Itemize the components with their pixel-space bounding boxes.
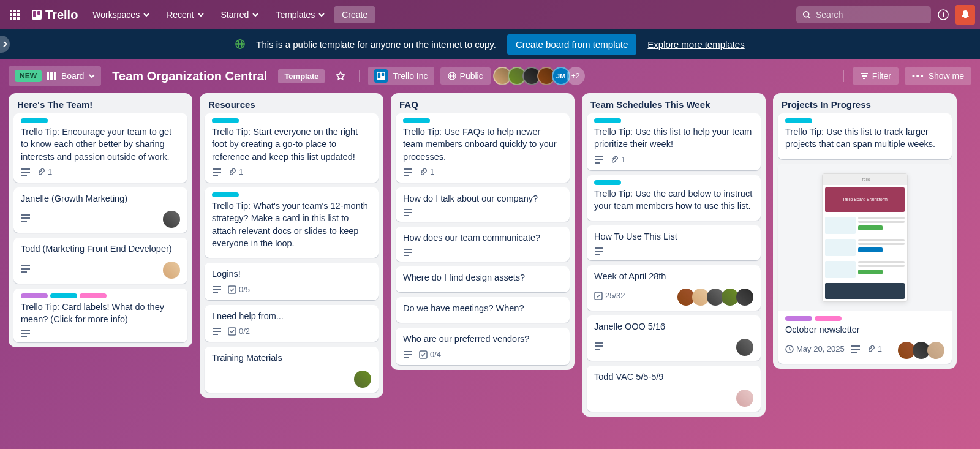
filter-button[interactable]: Filter bbox=[853, 67, 899, 85]
card-text: How do I talk about our company? bbox=[403, 192, 562, 205]
label-teal[interactable] bbox=[212, 192, 239, 197]
card[interactable]: Trello Trello Board Brainstorm October n… bbox=[778, 164, 952, 364]
card[interactable]: Todd VAC 5/5-5/9 bbox=[587, 366, 761, 411]
board-title[interactable]: Team Organization Central bbox=[107, 69, 272, 83]
label-pink[interactable] bbox=[80, 293, 107, 298]
star-button[interactable] bbox=[331, 66, 350, 86]
list-title[interactable]: Team Schedules This Week bbox=[582, 93, 766, 113]
create-board-from-template-button[interactable]: Create board from template bbox=[507, 34, 636, 55]
card-labels bbox=[21, 293, 180, 298]
notifications-button[interactable] bbox=[956, 5, 975, 25]
label-teal[interactable] bbox=[50, 293, 77, 298]
card-labels bbox=[21, 118, 180, 123]
card-text: Trello Tip: What's your team's 12-month … bbox=[212, 200, 371, 249]
card-text: Who are our preferred vendors? bbox=[403, 333, 562, 345]
nav-workspaces[interactable]: Workspaces bbox=[85, 6, 157, 23]
search-input[interactable] bbox=[816, 10, 925, 20]
view-switcher[interactable]: NEW Board bbox=[9, 66, 101, 86]
workspace-chip[interactable]: Trello Inc bbox=[368, 67, 434, 85]
card-text: Trello Tip: Use this list to track large… bbox=[785, 126, 944, 151]
label-teal[interactable] bbox=[785, 118, 812, 123]
label-teal[interactable] bbox=[594, 180, 621, 185]
show-menu-button[interactable]: ••• Show me bbox=[905, 67, 971, 85]
template-banner: This is a public template for anyone on … bbox=[0, 29, 980, 59]
card[interactable]: Trello Tip: Card labels! What do they me… bbox=[13, 289, 187, 343]
card[interactable]: How does our team communicate? bbox=[396, 227, 570, 261]
list: Projects In ProgressTrello Tip: Use this… bbox=[773, 93, 957, 369]
create-button[interactable]: Create bbox=[334, 6, 375, 23]
avatar[interactable] bbox=[736, 390, 753, 407]
board-canvas[interactable]: Here's The Team!Trello Tip: Encourage yo… bbox=[0, 93, 980, 449]
card[interactable]: Trello Tip: Encourage your team to get t… bbox=[13, 113, 187, 183]
card-badges bbox=[403, 208, 413, 217]
visibility-chip[interactable]: Public bbox=[440, 67, 491, 85]
board-members[interactable]: JM +2 bbox=[497, 67, 585, 85]
label-purple[interactable] bbox=[21, 293, 48, 298]
nav-starred[interactable]: Starred bbox=[214, 6, 266, 23]
card-text: How does our team communicate? bbox=[403, 232, 562, 244]
svg-rect-22 bbox=[54, 72, 56, 80]
nav-templates[interactable]: Templates bbox=[268, 6, 332, 23]
list-title[interactable]: Resources bbox=[200, 93, 383, 113]
card[interactable]: Where do I find design assets? bbox=[396, 266, 570, 292]
search-box[interactable] bbox=[796, 6, 931, 23]
card[interactable]: Week of April 28th25/32 bbox=[587, 265, 761, 311]
label-teal[interactable] bbox=[403, 118, 430, 123]
sidebar-expand-button[interactable] bbox=[0, 36, 10, 53]
card[interactable]: Todd (Marketing Front End Developer) bbox=[13, 238, 187, 283]
card[interactable]: Trello Tip: Use the card below to instru… bbox=[587, 175, 761, 221]
list-title[interactable]: Here's The Team! bbox=[9, 93, 192, 113]
avatar[interactable] bbox=[163, 262, 180, 279]
avatar[interactable] bbox=[927, 342, 944, 359]
globe-icon bbox=[235, 39, 245, 49]
card[interactable]: How do I talk about our company? bbox=[396, 187, 570, 222]
chevron-right-icon bbox=[2, 41, 8, 47]
avatar[interactable] bbox=[736, 289, 753, 306]
svg-rect-1 bbox=[13, 10, 16, 12]
chevron-down-icon bbox=[252, 12, 258, 18]
avatar[interactable] bbox=[736, 339, 753, 356]
card[interactable]: I need help from...0/2 bbox=[205, 305, 379, 342]
label-teal[interactable] bbox=[212, 118, 239, 123]
checklist-badge: 0/2 bbox=[228, 326, 250, 337]
card[interactable]: How To Use This List bbox=[587, 225, 761, 260]
info-button[interactable] bbox=[933, 5, 953, 25]
card[interactable]: Who are our preferred vendors?0/4 bbox=[396, 328, 570, 364]
apps-launcher-icon[interactable] bbox=[5, 5, 24, 25]
card[interactable]: Logins!0/5 bbox=[205, 263, 379, 300]
workspace-logo bbox=[374, 69, 388, 83]
avatar[interactable] bbox=[354, 371, 371, 388]
card-text: Trello Tip: Use this list to help your t… bbox=[594, 126, 753, 151]
svg-rect-7 bbox=[13, 17, 16, 20]
list-title[interactable]: FAQ bbox=[391, 93, 575, 113]
description-icon bbox=[212, 327, 222, 336]
card[interactable]: Trello Tip: Use this list to help your t… bbox=[587, 113, 761, 170]
label-purple[interactable] bbox=[785, 316, 812, 321]
list-title[interactable]: Projects In Progress bbox=[773, 93, 957, 113]
description-icon bbox=[212, 168, 222, 176]
card[interactable]: Trello Tip: What's your team's 12-month … bbox=[205, 187, 379, 258]
explore-templates-link[interactable]: Explore more templates bbox=[647, 39, 744, 50]
card-cover: Trello Trello Board Brainstorm bbox=[778, 164, 952, 311]
attachment-badge: 1 bbox=[37, 167, 52, 178]
card-members bbox=[739, 390, 753, 407]
label-teal[interactable] bbox=[594, 118, 621, 123]
divider bbox=[843, 70, 844, 82]
list-cards: Trello Tip: Use this list to track large… bbox=[773, 113, 957, 369]
card[interactable]: Trello Tip: Use FAQs to help newer team … bbox=[396, 113, 570, 183]
list: FAQTrello Tip: Use FAQs to help newer te… bbox=[391, 93, 575, 370]
trello-logo[interactable]: Trello bbox=[27, 8, 83, 22]
more-members-button[interactable]: +2 bbox=[567, 67, 585, 85]
card[interactable]: Do we have meetings? When? bbox=[396, 297, 570, 323]
avatar[interactable] bbox=[163, 211, 180, 228]
description-icon bbox=[594, 156, 604, 164]
card[interactable]: Trello Tip: Use this list to track large… bbox=[778, 113, 952, 159]
label-teal[interactable] bbox=[21, 118, 48, 123]
card[interactable]: Janelle OOO 5/16 bbox=[587, 315, 761, 361]
card[interactable]: Training Materials bbox=[205, 347, 379, 392]
card[interactable]: Janelle (Growth Marketing) bbox=[13, 187, 187, 233]
label-pink[interactable] bbox=[815, 316, 842, 321]
card-labels bbox=[594, 118, 753, 123]
nav-recent[interactable]: Recent bbox=[159, 6, 211, 23]
card[interactable]: Trello Tip: Start everyone on the right … bbox=[205, 113, 379, 183]
